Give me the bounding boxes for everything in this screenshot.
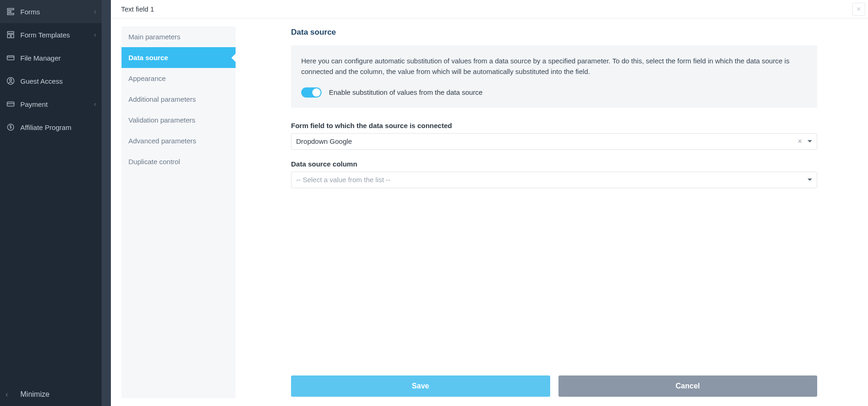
form-field-label: Form field to which the data source is c… [291,122,817,129]
sidebar-item-forms[interactable]: Forms ‹ [0,0,102,23]
select-placeholder: -- Select a value from the list -- [296,176,805,184]
affiliate-icon [6,122,16,132]
svg-rect-0 [7,8,14,10]
templates-icon [6,30,16,40]
settings-content: Data source Here you can configure autom… [236,18,868,406]
caret-down-icon [807,140,812,142]
data-source-column-select[interactable]: -- Select a value from the list -- [291,172,817,188]
payment-icon [6,99,16,109]
tab-label: Main parameters [128,33,181,41]
tab-label: Data source [128,54,168,62]
sidebar-item-label: Guest Access [20,77,96,85]
sidebar-item-label: Payment [20,100,94,108]
sidebar-item-label: Form Templates [20,31,94,39]
tab-main-parameters[interactable]: Main parameters [121,26,236,47]
data-source-column-label: Data source column [291,160,817,168]
tab-advanced-parameters[interactable]: Advanced parameters [121,130,236,151]
tab-label: Duplicate control [128,158,180,166]
tab-data-source[interactable]: Data source [121,47,236,68]
background-strip [102,0,111,406]
select-clear-button[interactable]: × [795,137,805,146]
info-text: Here you can configure automatic substit… [301,55,807,77]
minimize-label: Minimize [20,390,49,399]
cancel-button[interactable]: Cancel [558,375,818,397]
chevron-left-icon: ‹ [94,100,96,108]
sidebar-item-templates[interactable]: Form Templates ‹ [0,23,102,46]
save-button[interactable]: Save [291,375,550,397]
forms-icon [6,6,16,17]
sidebar-item-affiliate[interactable]: Affiliate Program [0,116,102,139]
chevron-left-icon: ‹ [6,390,16,399]
guest-access-icon [6,76,16,86]
dialog-header: Text field 1 [111,0,868,18]
sidebar-minimize[interactable]: ‹ Minimize [0,383,102,406]
dialog-close-button[interactable]: × [852,3,865,16]
sidebar-item-label: Forms [20,8,94,16]
svg-rect-3 [7,31,14,33]
svg-rect-6 [7,56,14,60]
close-icon: × [856,5,861,13]
tab-validation-parameters[interactable]: Validation parameters [121,110,236,130]
enable-substitution-toggle[interactable] [301,87,322,98]
chevron-left-icon: ‹ [94,31,96,38]
form-field-select[interactable]: Dropdown Google × [291,133,817,150]
sidebar-item-label: File Manager [20,54,96,62]
info-box: Here you can configure automatic substit… [291,45,817,108]
tab-additional-parameters[interactable]: Additional parameters [121,89,236,110]
svg-rect-1 [7,11,11,12]
toggle-label: Enable substitution of values from the d… [329,88,483,96]
dialog-title: Text field 1 [121,5,154,13]
sidebar-item-label: Affiliate Program [20,123,96,131]
select-value: Dropdown Google [296,137,795,145]
dialog-buttons: Save Cancel [291,366,817,397]
settings-tabs: Main parameters Data source Appearance A… [121,26,236,398]
svg-rect-2 [7,13,14,15]
svg-point-9 [10,79,12,81]
sidebar-item-file-manager[interactable]: File Manager [0,46,102,69]
section-title: Data source [291,28,817,37]
tab-label: Appearance [128,74,166,82]
tab-duplicate-control[interactable]: Duplicate control [121,151,236,172]
tab-label: Additional parameters [128,95,196,103]
tab-label: Validation parameters [128,116,195,124]
field-settings-dialog: Text field 1 × Main parameters Data sour… [111,0,868,406]
caret-down-icon [807,178,812,181]
tab-appearance[interactable]: Appearance [121,68,236,89]
chevron-left-icon: ‹ [94,8,96,15]
tab-label: Advanced parameters [128,137,196,145]
svg-rect-5 [12,34,14,38]
svg-rect-4 [7,34,10,38]
file-manager-icon [6,53,16,63]
sidebar-item-guest-access[interactable]: Guest Access [0,69,102,92]
app-sidebar: Forms ‹ Form Templates ‹ File Manager Gu… [0,0,102,406]
sidebar-item-payment[interactable]: Payment ‹ [0,92,102,116]
